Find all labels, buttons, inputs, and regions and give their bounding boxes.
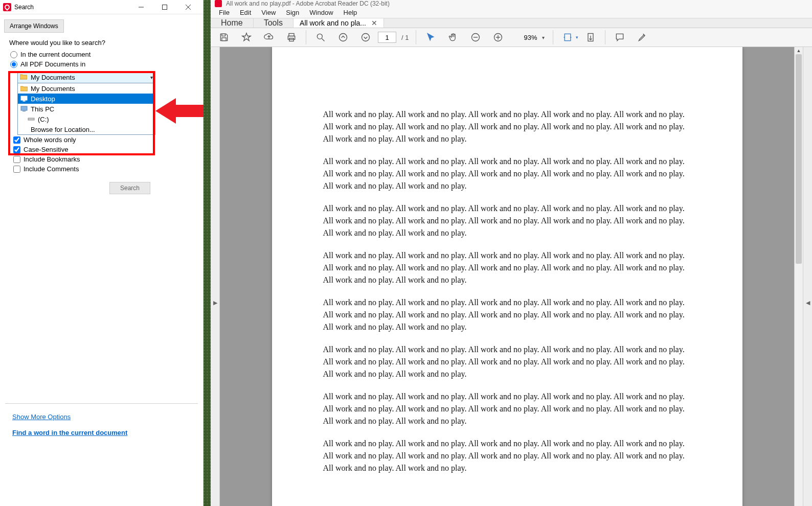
document-paragraph: All work and no play. All work and no pl… bbox=[323, 202, 691, 239]
left-panel-handle[interactable]: ▶ bbox=[211, 47, 220, 506]
menu-edit[interactable]: Edit bbox=[235, 7, 256, 18]
folder-icon bbox=[20, 74, 28, 81]
tab-home[interactable]: Home bbox=[211, 18, 254, 28]
tab-tools[interactable]: Tools bbox=[254, 18, 294, 28]
radio-all-pdfs[interactable]: All PDF Documents in bbox=[10, 60, 199, 68]
zoom-level-label[interactable]: 93% bbox=[510, 34, 539, 41]
acrobat-icon bbox=[3, 3, 11, 11]
search-button[interactable]: Search bbox=[109, 182, 150, 194]
dropdown-item-my-documents[interactable]: My Documents bbox=[18, 83, 155, 94]
link-find-word[interactable]: Find a word in the current document bbox=[12, 429, 198, 436]
right-panel-handle[interactable]: ◀ bbox=[803, 47, 812, 506]
svg-rect-11 bbox=[222, 38, 226, 41]
document-paragraph: All work and no play. All work and no pl… bbox=[323, 108, 691, 145]
document-paragraph: All work and no play. All work and no pl… bbox=[323, 438, 691, 474]
check-label: Include Comments bbox=[24, 165, 79, 173]
drive-icon bbox=[27, 116, 35, 123]
page-up-icon[interactable] bbox=[333, 28, 353, 47]
svg-rect-7 bbox=[22, 111, 26, 111]
arrange-windows-button[interactable]: Arrange Windows bbox=[4, 19, 64, 33]
toolbar-separator bbox=[553, 30, 553, 44]
content-area: ▶ All work and no play. All work and no … bbox=[211, 47, 812, 506]
document-paragraph: All work and no play. All work and no pl… bbox=[323, 155, 691, 192]
radio-all-label: All PDF Documents in bbox=[20, 60, 85, 68]
search-titlebar: Search bbox=[0, 0, 203, 14]
dropdown-item-label: (C:) bbox=[38, 116, 49, 123]
check-include-bookmarks[interactable]: Include Bookmarks bbox=[13, 155, 199, 163]
menu-window[interactable]: Window bbox=[304, 7, 338, 18]
dropdown-selected[interactable]: My Documents ▾ bbox=[17, 71, 155, 83]
radio-current-document[interactable]: In the current document bbox=[10, 51, 199, 58]
search-footer: Show More Options Find a word in the cur… bbox=[5, 403, 198, 445]
maximize-button[interactable] bbox=[153, 0, 176, 14]
fit-width-icon[interactable] bbox=[557, 28, 578, 47]
dropdown-item-label: Browse for Location... bbox=[31, 126, 95, 133]
location-dropdown[interactable]: My Documents ▾ My Documents Desktop This… bbox=[17, 71, 155, 135]
svg-point-15 bbox=[317, 34, 322, 39]
comment-icon[interactable] bbox=[610, 28, 630, 47]
page-down-icon[interactable] bbox=[355, 28, 376, 47]
zoom-out-icon[interactable] bbox=[465, 28, 486, 47]
menu-view[interactable]: View bbox=[256, 7, 281, 18]
menu-sign[interactable]: Sign bbox=[281, 7, 304, 18]
search-prompt-label: Where would you like to search? bbox=[4, 39, 199, 47]
chevron-down-icon: ▾ bbox=[150, 75, 153, 80]
dropdown-selected-label: My Documents bbox=[31, 74, 75, 81]
dropdown-item-browse[interactable]: Browse for Location... bbox=[18, 124, 155, 134]
zoom-chevron-icon[interactable]: ▾ bbox=[541, 35, 549, 40]
dropdown-item-desktop[interactable]: Desktop bbox=[18, 94, 155, 104]
scroll-mode-icon[interactable] bbox=[580, 28, 601, 47]
blank-icon bbox=[20, 126, 28, 133]
print-icon[interactable] bbox=[281, 28, 302, 47]
chevron-down-icon[interactable]: ▾ bbox=[576, 35, 578, 40]
toolbar: / 1 93% ▾ ▾ bbox=[211, 28, 812, 47]
menu-help[interactable]: Help bbox=[339, 7, 363, 18]
select-tool-icon[interactable] bbox=[420, 28, 441, 47]
cloud-upload-icon[interactable] bbox=[259, 28, 279, 47]
document-paragraph: All work and no play. All work and no pl… bbox=[323, 390, 691, 427]
tab-document[interactable]: All work and no pla... ✕ bbox=[294, 18, 384, 28]
minimize-button[interactable] bbox=[129, 0, 153, 14]
page-number-input[interactable] bbox=[378, 32, 396, 43]
check-include-comments[interactable]: Include Comments bbox=[13, 165, 199, 173]
hand-tool-icon[interactable] bbox=[443, 28, 463, 47]
zoom-in-icon[interactable] bbox=[488, 28, 508, 47]
vertical-scrollbar[interactable]: ▲ bbox=[794, 47, 803, 506]
svg-point-17 bbox=[340, 34, 347, 41]
tab-bar: Home Tools All work and no pla... ✕ bbox=[211, 18, 812, 28]
menu-bar: File Edit View Sign Window Help bbox=[211, 7, 812, 18]
search-title-text: Search bbox=[14, 4, 129, 11]
star-icon[interactable] bbox=[236, 28, 257, 47]
acrobat-titlebar: All work and no play.pdf - Adobe Acrobat… bbox=[211, 0, 812, 7]
check-case-sensitive[interactable]: Case-Sensitive bbox=[13, 146, 199, 153]
document-paragraph: All work and no play. All work and no pl… bbox=[323, 296, 691, 333]
page-total-label: / 1 bbox=[398, 34, 412, 41]
scrollbar-thumb[interactable] bbox=[796, 54, 802, 264]
dropdown-item-this-pc[interactable]: This PC bbox=[18, 104, 155, 114]
svg-rect-10 bbox=[222, 34, 225, 36]
find-icon[interactable] bbox=[310, 28, 331, 47]
svg-rect-6 bbox=[21, 106, 27, 110]
toolbar-separator bbox=[416, 30, 416, 44]
check-whole-words[interactable]: Whole words only bbox=[13, 136, 199, 144]
save-icon[interactable] bbox=[214, 28, 234, 47]
close-button[interactable] bbox=[176, 0, 200, 14]
search-panel: Search Arrange Windows Where would you l… bbox=[0, 0, 204, 506]
svg-rect-4 bbox=[21, 96, 27, 100]
scroll-up-icon[interactable]: ▲ bbox=[795, 48, 803, 53]
menu-file[interactable]: File bbox=[214, 7, 235, 18]
link-show-more-options[interactable]: Show More Options bbox=[12, 413, 198, 421]
toolbar-separator bbox=[306, 30, 306, 44]
dropdown-item-label: Desktop bbox=[31, 95, 55, 103]
folder-icon bbox=[20, 85, 28, 92]
highlight-icon[interactable] bbox=[632, 28, 652, 47]
desktop-background-stripe bbox=[204, 0, 211, 506]
acrobat-icon bbox=[215, 0, 222, 7]
dropdown-item-label: My Documents bbox=[31, 85, 75, 93]
document-viewport[interactable]: All work and no play. All work and no pl… bbox=[220, 47, 794, 506]
close-tab-icon[interactable]: ✕ bbox=[371, 19, 377, 27]
svg-rect-24 bbox=[565, 34, 571, 40]
dropdown-item-drive-c[interactable]: (C:) bbox=[18, 114, 155, 124]
check-label: Whole words only bbox=[24, 136, 76, 144]
svg-rect-5 bbox=[23, 101, 25, 101]
